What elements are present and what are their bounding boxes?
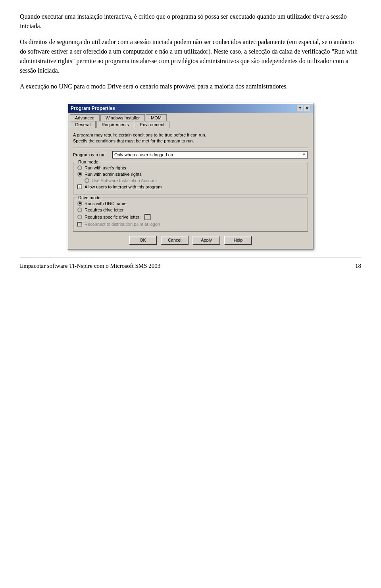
checkbox-allow-users-label: Allow users to interact with this progra… — [85, 184, 162, 189]
tabs-row2: General Requirements Environment — [68, 121, 313, 128]
program-can-run-value: Only when a user is logged on — [114, 152, 173, 157]
dropdown-arrow-icon: ▼ — [302, 153, 306, 156]
radio-unc-icon[interactable] — [77, 201, 82, 206]
dialog-titlebar: Program Properties ? ✕ — [68, 104, 313, 113]
drive-letter-input[interactable] — [144, 214, 151, 220]
tab-mom[interactable]: MOM — [146, 114, 167, 121]
tabs-row1: Advanced Windows Installer MOM — [68, 113, 313, 121]
radio-specific-drive-label: Requires specific drive letter: — [85, 215, 140, 219]
drive-mode-group: Drive mode Runs with UNC name Requires d… — [73, 198, 308, 232]
radio-specific-drive-icon[interactable] — [77, 215, 82, 219]
close-titlebar-button[interactable]: ✕ — [304, 106, 310, 111]
radio-run-user-rights[interactable]: Run with user's rights — [77, 165, 304, 170]
radio-user-rights-icon[interactable] — [77, 165, 82, 170]
titlebar-buttons: ? ✕ — [297, 106, 310, 111]
description-line1: A program may require certain conditions… — [73, 132, 308, 138]
description-line2: Specify the conditions that must be met … — [73, 138, 308, 144]
radio-drive-letter-label: Requires drive letter — [85, 208, 123, 212]
dialog-body: A program may require certain conditions… — [68, 128, 313, 249]
apply-button[interactable]: Apply — [192, 236, 220, 245]
checkbox-allow-users-icon[interactable] — [77, 184, 82, 189]
program-can-run-dropdown[interactable]: Only when a user is logged on ▼ — [112, 151, 308, 159]
separator — [73, 148, 308, 148]
paragraph-1: Quando executar uma instalação interacti… — [20, 12, 361, 31]
dialog-description: A program may require certain conditions… — [73, 132, 308, 144]
radio-unc-label: Runs with UNC name — [85, 201, 127, 206]
tab-general[interactable]: General — [70, 121, 96, 128]
help-titlebar-button[interactable]: ? — [297, 106, 303, 111]
tab-requirements[interactable]: Requirements — [96, 121, 134, 128]
footer-title: Empacotar software TI-Nspire com o Micro… — [20, 263, 160, 269]
radio-software-account-label: Use Software Installation Account — [92, 178, 157, 183]
checkbox-reconnect: Reconnect to distribution point at logon — [77, 222, 304, 227]
checkbox-reconnect-label: Reconnect to distribution point at logon — [85, 222, 160, 227]
paragraph-3: A execução no UNC para o modo Drive será… — [20, 82, 361, 91]
tab-advanced[interactable]: Advanced — [70, 114, 100, 121]
radio-user-rights-label: Run with user's rights — [85, 165, 126, 170]
radio-software-account-icon[interactable] — [85, 178, 89, 183]
run-mode-label: Run mode — [77, 159, 100, 164]
program-properties-dialog: Program Properties ? ✕ Advanced Windows … — [67, 103, 314, 250]
run-mode-group: Run mode Run with user's rights Run with… — [73, 162, 308, 194]
footer-page-number: 18 — [355, 263, 361, 269]
footer: Empacotar software TI-Nspire com o Micro… — [20, 257, 361, 269]
tab-environment[interactable]: Environment — [135, 121, 170, 128]
cancel-button[interactable]: Cancel — [161, 236, 189, 245]
checkbox-allow-users[interactable]: Allow users to interact with this progra… — [77, 184, 304, 189]
help-button[interactable]: Help — [224, 236, 252, 245]
radio-requires-drive-letter[interactable]: Requires drive letter — [77, 208, 304, 212]
radio-run-admin-rights[interactable]: Run with administrative rights — [77, 172, 304, 177]
program-can-run-label: Program can run: — [73, 152, 109, 157]
radio-use-software-account[interactable]: Use Software Installation Account — [77, 178, 304, 183]
ok-button[interactable]: OK — [129, 236, 157, 245]
radio-drive-letter-icon[interactable] — [77, 208, 82, 212]
dialog-title: Program Properties — [71, 106, 115, 111]
radio-runs-unc[interactable]: Runs with UNC name — [77, 201, 304, 206]
paragraph-2: Os direitos de segurança do utilizador c… — [20, 37, 361, 75]
radio-admin-rights-label: Run with administrative rights — [85, 172, 142, 177]
checkbox-reconnect-icon — [77, 222, 82, 227]
tab-windows-installer[interactable]: Windows Installer — [100, 114, 145, 121]
program-can-run-row: Program can run: Only when a user is log… — [73, 151, 308, 159]
radio-admin-rights-icon[interactable] — [77, 172, 82, 177]
radio-specific-drive-letter[interactable]: Requires specific drive letter: — [77, 214, 304, 220]
drive-mode-label: Drive mode — [77, 195, 102, 200]
dialog-area: Program Properties ? ✕ Advanced Windows … — [20, 103, 361, 250]
button-row: OK Cancel Apply Help — [73, 236, 308, 245]
